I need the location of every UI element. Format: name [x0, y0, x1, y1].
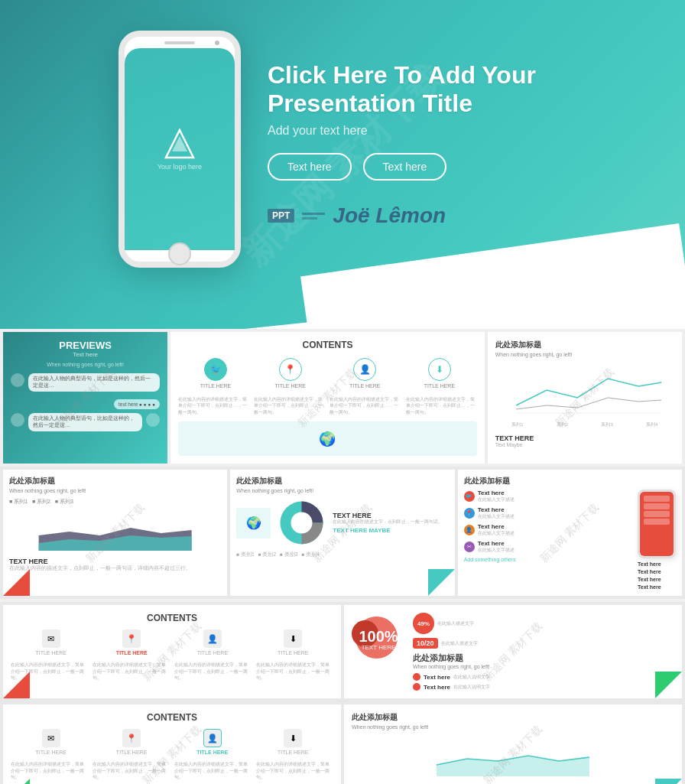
text-here-area: TEXT HERE 在此输入内容的描述文字，点到即止，一般一两句话，详细内容不超…: [9, 558, 221, 571]
content-col-1: 在此输入内容的详细描述文字，简单介绍一下即可，点到即止…，一般一两句。: [178, 396, 249, 415]
hero-section: 新途网 素材下载 Your logo here Click Here To Ad…: [0, 0, 685, 329]
legend-4: ■ 类别4: [301, 551, 319, 558]
axis-4: 系列4: [646, 421, 657, 428]
slide-area-chart: 新途网 素材下载 此处添加标题 When nothing goes right,…: [3, 470, 227, 596]
axis-labels: 系列1 系列2 系列3 系列4: [495, 421, 674, 428]
cl-icon-1: ✉ TITLE HERE: [35, 629, 66, 656]
legend-1: ■ 类别1: [236, 551, 254, 558]
cl-text-2: 在此输入内容的详细描述文字，简单介绍一下即可，点到即止，一般一两句。: [93, 662, 170, 681]
twitter-icon: 🐦: [204, 358, 227, 381]
cl-icon-user: 👤: [203, 629, 222, 648]
contents-2-icons: ✉ TITLE HERE 📍 TITLE HERE 👤 TITLE HERE ⬇…: [11, 729, 333, 755]
add-something: Add something others: [464, 557, 633, 562]
area-chart-svg: [9, 509, 221, 551]
chat-row-3: 在此输入人物的典型语句，比如是这样的，然后一定是这…: [11, 413, 160, 431]
list-icon-3: 👤: [464, 525, 475, 535]
pie-row: 🌍 TEXT HERE 在此输入内容的描述文字，点到即止，一般一两句话。 TEX…: [236, 498, 448, 548]
line-2: [516, 398, 661, 409]
bottom-slide-title: 此处添加标题: [413, 652, 674, 664]
icon-location: 📍 TITLE HERE: [274, 358, 305, 389]
chat-bubble-2: text here ● ● ● ●: [114, 399, 160, 409]
tri-green-2: [3, 779, 30, 784]
pie-center: [291, 512, 313, 534]
fraction-text: 在此输入描述文字: [441, 640, 478, 647]
diagonal-svg: [0, 283, 685, 329]
slide-2-title: 此处添加标题: [9, 476, 221, 486]
hero-button-2[interactable]: Text here: [363, 153, 447, 181]
phone-device-small: [638, 490, 676, 558]
c2-label-1: TITLE HERE: [35, 750, 66, 755]
item-title-2: Text here: [478, 506, 633, 513]
text-here-label: TEXT HERE Text Maybe: [495, 434, 674, 447]
cl-text-3: 在此输入内容的详细描述文字，简单介绍一下即可，点到即止，一般一两句。: [174, 662, 252, 681]
location-label: TITLE HERE: [274, 383, 305, 389]
chat-bubble-1: 在此输入人物的典型语句，比如是这样的，然后一定是这…: [28, 373, 160, 392]
phone-logo-label: Your logo here: [157, 163, 202, 171]
hero-button-1[interactable]: Text here: [268, 153, 352, 181]
c2-icon-1: ✉ TITLE HERE: [35, 729, 66, 755]
c2-user: 👤: [203, 729, 222, 747]
ti-desc-2: 在此输入说明文字: [453, 684, 490, 691]
app-row-1: [644, 496, 670, 502]
list-icon-4: ✂: [464, 542, 475, 552]
slide-2-sub: When nothing goes right, go left!: [9, 488, 221, 493]
right-item-4: Text here: [638, 584, 676, 590]
right-item-2: Text here: [638, 569, 676, 574]
ti-1: Text here 在此输入说明文字: [413, 673, 674, 681]
right-item-3: Text here: [638, 577, 676, 582]
app-row-4: [644, 519, 670, 525]
slide-3-sub: When nothing goes right, go left!: [236, 488, 448, 493]
c2-icon-4: ⬇ TITLE HERE: [278, 729, 308, 755]
phone-mockup: Your logo here: [118, 31, 241, 268]
text-maybe-3: TEXT HERE MAYBE: [333, 527, 448, 534]
ti-label-1: Text here: [424, 674, 450, 681]
badge-row: 100% TEXT HERE 49% 在此输入描述文字 10/20 在此输入描述…: [352, 613, 674, 691]
text-here-3-sub: 在此输入内容的描述文字，点到即止，一般一两句话。: [333, 519, 448, 525]
location-icon: 📍: [279, 358, 302, 381]
axis-1: 系列1: [511, 421, 523, 428]
c2-label-2: TITLE HERE: [116, 750, 147, 755]
axis-3: 系列3: [601, 421, 612, 428]
badge-text-area: 49% 在此输入描述文字 10/20 在此输入描述文字 此处添加标题 When …: [413, 613, 674, 691]
hero-brand: PPT Joë Lêmon: [268, 203, 685, 228]
percent-49-badge: 49%: [413, 613, 434, 634]
contents-2-text: 在此输入内容的详细描述文字，简单介绍一下即可，点到即止，一般一两句。 在此输入内…: [11, 761, 333, 780]
text-here-2-sub: 在此输入内容的描述文字，点到即止，一般一两句话，详细内容不超过三行。: [9, 565, 221, 571]
contents-2-title: CONTENTS: [11, 712, 333, 723]
bottom-slide-2-left: 新途网 素材下载 CONTENTS ✉ TITLE HERE 📍 TITLE H…: [3, 704, 341, 784]
c2-mail: ✉: [42, 729, 60, 747]
right-text-items: Text here Text here Text here Text here: [638, 561, 676, 590]
fraction-row: 10/20 在此输入描述文字: [413, 638, 674, 649]
slide-6-sub: When nothing goes right, go left!: [352, 724, 674, 730]
icon-download: ⬇ TITLE HERE: [424, 358, 455, 389]
percent-100: 100%: [359, 629, 398, 644]
preview-chat-card: 新途网 素材下载 PREVIEWS Text here When nothing…: [3, 332, 167, 464]
phone-screen: Your logo here: [125, 48, 235, 250]
avatar-1: [11, 373, 24, 387]
item-title-4: Text here: [478, 540, 633, 547]
right-item-1: Text here: [638, 561, 676, 567]
slide-3-title: 此处添加标题: [236, 476, 448, 486]
c2-text-4: 在此输入内容的详细描述文字，简单介绍一下即可，点到即止，一般一两句。: [256, 761, 333, 780]
badge-area: 100% TEXT HERE: [352, 613, 405, 666]
tri-red-2: [3, 672, 30, 698]
legend-2: ■ 类别2: [258, 551, 276, 558]
list-icon-2: 📍: [464, 508, 475, 519]
slide-4-title: 此处添加标题: [464, 476, 676, 486]
text-items-list: Text here 在此输入说明文字 Text here 在此输入说明文字: [413, 673, 674, 691]
content-col-3: 在此输入内容的详细描述文字，简单介绍一下即可，点到即止…，一般一两句。: [330, 396, 401, 415]
tri-red-1: [3, 569, 30, 596]
item-sub-4: 在此输入文字描述: [478, 547, 633, 554]
contents-left-title: CONTENTS: [11, 613, 333, 623]
app-row-2: [644, 503, 670, 509]
text-here-3: TEXT HERE: [333, 512, 448, 519]
logo-icon: [164, 128, 195, 159]
fraction-badge: 10/20: [413, 638, 438, 649]
phone-speaker: [164, 41, 195, 44]
item-sub-2: 在此输入文字描述: [478, 513, 633, 520]
axis-2: 系列2: [557, 421, 568, 428]
contents-card: 新途网 素材下载 CONTENTS 🐦 TITLE HERE 📍 TITLE H…: [170, 332, 484, 464]
contents-icons-row: 🐦 TITLE HERE 📍 TITLE HERE 👤 TITLE HERE ⬇…: [178, 358, 476, 389]
previews-label: PREVIEWS: [11, 340, 160, 351]
bottom-contents-left: 新途网 素材下载 CONTENTS ✉ TITLE HERE 📍 TITLE H…: [3, 605, 341, 698]
